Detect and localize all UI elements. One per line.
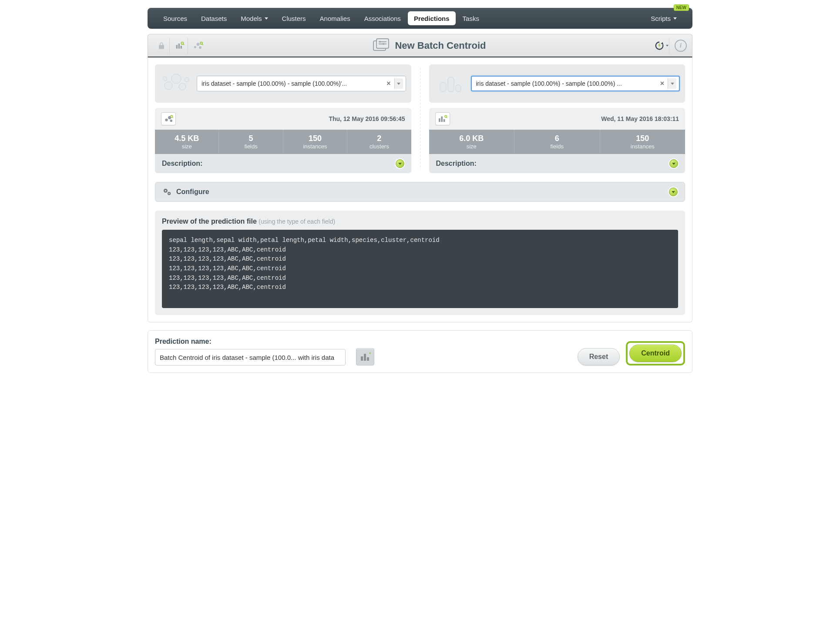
svg-point-3 — [181, 42, 183, 44]
svg-rect-26 — [440, 82, 446, 92]
svg-point-32 — [444, 115, 447, 117]
svg-point-19 — [163, 77, 167, 81]
stat-size: 6.0 KBsize — [429, 130, 515, 154]
clear-icon[interactable]: × — [657, 80, 668, 87]
gears-icon — [162, 188, 172, 196]
svg-point-6 — [197, 43, 200, 46]
description-label: Description: — [436, 160, 477, 168]
top-nav: Sources Datasets Models Clusters Anomali… — [148, 8, 692, 29]
svg-point-24 — [171, 115, 173, 117]
svg-rect-2 — [180, 46, 181, 49]
page-header: New Batch Centroid i — [148, 34, 692, 57]
configure-label: Configure — [176, 188, 209, 196]
histogram-magnify-icon[interactable] — [171, 38, 188, 54]
caret-down-icon — [265, 17, 268, 20]
dataset-badge-icon[interactable] — [435, 112, 450, 125]
svg-point-37 — [168, 193, 170, 194]
dropdown-toggle[interactable] — [394, 78, 403, 89]
svg-line-9 — [202, 44, 203, 45]
stat-fields: 6fields — [514, 130, 600, 154]
caret-down-icon — [673, 17, 677, 20]
cluster-icon — [160, 73, 192, 94]
svg-rect-28 — [456, 85, 461, 92]
page-title: New Batch Centroid — [395, 40, 486, 51]
dataset-description-row[interactable]: Description: — [429, 154, 685, 173]
stat-size: 4.5 KBsize — [155, 130, 219, 154]
dataset-select-text: iris dataset - sample (100.00%) - sample… — [476, 80, 657, 87]
svg-line-4 — [183, 44, 184, 45]
nav-associations[interactable]: Associations — [357, 8, 408, 29]
nav-clusters[interactable]: Clusters — [275, 8, 313, 29]
caret-down-icon — [666, 45, 669, 47]
nav-anomalies[interactable]: Anomalies — [313, 8, 357, 29]
bars-icon — [434, 73, 466, 94]
dataset-stats: 6.0 KBsize 6fields 150instances — [429, 130, 685, 154]
preview-code: sepal length,sepal width,petal length,pe… — [162, 230, 678, 308]
svg-rect-39 — [364, 354, 366, 361]
expand-toggle[interactable] — [669, 188, 678, 196]
description-label: Description: — [162, 160, 202, 168]
preview-block: Preview of the prediction file (using th… — [155, 211, 685, 315]
svg-point-18 — [179, 83, 186, 90]
cluster-select-text: iris dataset - sample (100.00%) - sample… — [202, 80, 383, 87]
stat-instances: 150instances — [600, 130, 685, 154]
prediction-name-input[interactable] — [155, 349, 346, 366]
svg-point-5 — [194, 46, 196, 48]
nav-tasks[interactable]: Tasks — [456, 8, 486, 29]
cluster-magnify-icon[interactable] — [190, 38, 206, 54]
svg-point-7 — [199, 46, 202, 49]
svg-point-23 — [170, 120, 172, 122]
output-dataset-icon[interactable]: + — [356, 348, 374, 366]
cluster-info-row: Thu, 12 May 2016 09:56:45 — [155, 108, 411, 130]
svg-point-21 — [165, 119, 168, 121]
svg-text:+: + — [369, 352, 370, 355]
reset-button[interactable]: Reset — [578, 348, 620, 366]
batch-centroid-icon — [373, 38, 390, 53]
stat-fields: 5fields — [219, 130, 283, 154]
svg-point-20 — [185, 77, 189, 82]
nav-scripts[interactable]: Scripts — [644, 8, 684, 29]
centroid-button[interactable]: Centroid — [629, 345, 682, 362]
cluster-description-row[interactable]: Description: — [155, 154, 411, 173]
svg-rect-27 — [448, 77, 454, 92]
stat-clusters: 2clusters — [347, 130, 411, 154]
nav-scripts-label: Scripts — [651, 15, 671, 22]
svg-point-15 — [383, 43, 384, 45]
svg-rect-31 — [443, 119, 445, 122]
nav-predictions[interactable]: Predictions — [408, 11, 456, 25]
svg-rect-29 — [439, 118, 440, 122]
nav-models[interactable]: Models — [234, 8, 275, 29]
svg-line-33 — [447, 117, 447, 118]
nav-models-label: Models — [241, 15, 262, 22]
submit-highlight: Centroid — [626, 341, 685, 366]
nav-datasets[interactable]: Datasets — [194, 8, 234, 29]
svg-point-16 — [165, 82, 172, 90]
clear-icon[interactable]: × — [383, 80, 394, 87]
dropdown-toggle[interactable] — [668, 78, 676, 89]
preview-title: Preview of the prediction file (using th… — [162, 218, 678, 225]
dataset-info-row: Wed, 11 May 2016 18:03:11 — [429, 108, 685, 130]
cluster-timestamp: Thu, 12 May 2016 09:56:45 — [329, 115, 405, 122]
configure-row[interactable]: Configure — [155, 182, 685, 202]
cluster-select[interactable]: iris dataset - sample (100.00%) - sample… — [197, 76, 406, 91]
svg-rect-40 — [367, 357, 369, 361]
stat-instances: 150instances — [283, 130, 347, 154]
info-icon[interactable]: i — [675, 40, 687, 52]
refresh-lightning-icon[interactable] — [653, 38, 669, 54]
svg-rect-0 — [176, 45, 177, 48]
svg-rect-1 — [178, 44, 179, 49]
svg-rect-30 — [441, 117, 443, 122]
svg-rect-38 — [361, 356, 363, 361]
dataset-selector-box: iris dataset - sample (100.00%) - sample… — [429, 64, 685, 103]
expand-toggle[interactable] — [396, 159, 404, 168]
dataset-select[interactable]: iris dataset - sample (100.00%) - sample… — [471, 76, 680, 91]
svg-point-17 — [171, 74, 181, 84]
cluster-stats: 4.5 KBsize 5fields 150instances 2cluster… — [155, 130, 411, 154]
new-badge: NEW — [674, 4, 689, 11]
cluster-selector-box: iris dataset - sample (100.00%) - sample… — [155, 64, 411, 103]
nav-sources[interactable]: Sources — [156, 8, 194, 29]
expand-toggle[interactable] — [669, 159, 678, 168]
cluster-badge-icon[interactable] — [161, 112, 176, 125]
lock-icon[interactable] — [153, 38, 170, 54]
prediction-name-label: Prediction name: — [155, 338, 346, 345]
